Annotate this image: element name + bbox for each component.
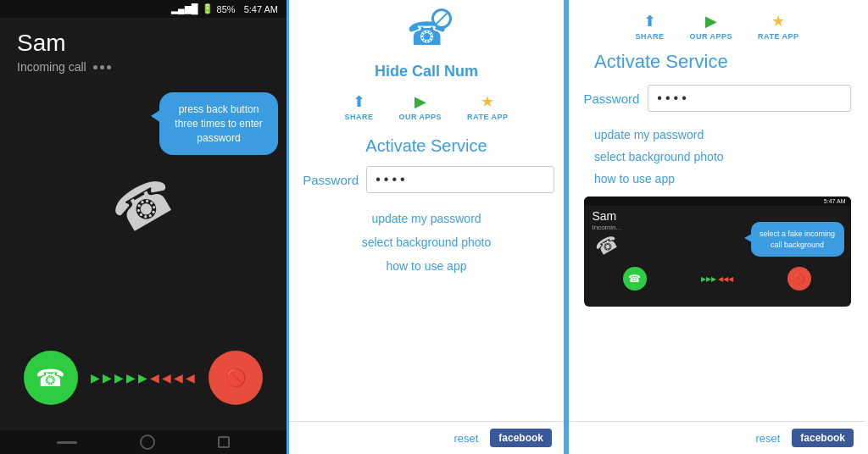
action-row: ⬆ SHARE ▶ OUR APPS ★ RATE APP xyxy=(344,92,508,121)
right-share-action[interactable]: ⬆ SHARE xyxy=(635,12,664,41)
arrow-left-3: ◀ xyxy=(174,371,183,385)
mini-phone-screen: 5:47 AM Sam Incomin... ☎ ☎ ▶▶▶ ◀◀◀ 🚫 sel… xyxy=(584,197,851,307)
status-bar: ▂▄▆█ 🔋 85% 5:47 AM xyxy=(0,0,287,18)
mini-accept-btn: ☎ xyxy=(623,267,647,291)
our-apps-label: OUR APPS xyxy=(398,113,442,121)
decline-button[interactable]: 🚫 xyxy=(209,351,263,405)
arrow-right-1: ▶ xyxy=(91,371,100,385)
how-to-use-link[interactable]: how to use app xyxy=(387,259,467,273)
mini-status-text: 5:47 AM xyxy=(824,198,846,204)
phone-handset-area: ☎ xyxy=(112,175,175,235)
right-reset-button[interactable]: reset xyxy=(755,432,780,445)
section-title: Activate Service xyxy=(365,136,487,156)
instruction-bubble: press back button three times to enter p… xyxy=(159,92,278,155)
right-panel: ⬆ SHARE ▶ OUR APPS ★ RATE APP Activate S… xyxy=(566,0,865,454)
rate-app-label: RATE APP xyxy=(467,113,509,121)
right-share-icon: ⬆ xyxy=(643,12,656,30)
signal-icon: ▂▄▆█ xyxy=(171,3,198,14)
right-rate-action[interactable]: ★ RATE APP xyxy=(758,12,799,41)
arrow-left-1: ◀ xyxy=(150,371,159,385)
mini-decline-btn: 🚫 xyxy=(787,267,811,291)
battery-percent: 85% xyxy=(217,4,236,14)
right-password-label: Password xyxy=(584,91,640,106)
right-password-input[interactable] xyxy=(648,85,850,112)
right-password-row: Password xyxy=(584,85,851,112)
star-icon: ★ xyxy=(481,92,494,111)
play-store-icon: ▶ xyxy=(415,92,426,111)
mini-status-bar: 5:47 AM xyxy=(584,197,851,206)
rate-app-action[interactable]: ★ RATE APP xyxy=(467,92,509,121)
update-password-link[interactable]: update my password xyxy=(371,212,481,225)
nav-bar xyxy=(0,430,287,454)
no-line xyxy=(436,13,448,25)
right-update-password-link[interactable]: update my password xyxy=(569,128,704,141)
mini-speech-bubble: select a fake incoming call background xyxy=(751,222,844,257)
no-circle-icon xyxy=(431,8,452,29)
right-star-icon: ★ xyxy=(771,12,785,30)
our-apps-action[interactable]: ▶ OUR APPS xyxy=(398,92,442,121)
right-apps-label: OUR APPS xyxy=(689,32,732,41)
password-row: Password xyxy=(303,166,550,193)
share-icon: ⬆ xyxy=(353,92,365,111)
right-action-row: ⬆ SHARE ▶ OUR APPS ★ RATE APP xyxy=(569,12,865,41)
arrow-right-5: ▶ xyxy=(138,371,147,385)
incoming-label: Incoming call xyxy=(0,58,287,75)
right-select-background-link[interactable]: select background photo xyxy=(569,150,724,163)
right-our-apps-action[interactable]: ▶ OUR APPS xyxy=(689,12,732,41)
share-action[interactable]: ⬆ SHARE xyxy=(344,92,373,121)
right-section-title: Activate Service xyxy=(569,51,728,73)
app-logo: ☎ Hide Call Num xyxy=(375,8,478,80)
arrow-left-2: ◀ xyxy=(162,371,171,385)
time-display: 5:47 AM xyxy=(244,4,278,14)
nav-back[interactable] xyxy=(57,441,77,444)
arrow-left-4: ◀ xyxy=(186,371,195,385)
mini-accept-icon: ☎ xyxy=(628,273,641,285)
mini-handset-icon: ☎ xyxy=(592,230,622,261)
right-rate-label: RATE APP xyxy=(758,32,799,41)
share-label: SHARE xyxy=(344,113,373,121)
mini-decline-icon: 🚫 xyxy=(793,274,805,285)
accept-icon: ☎ xyxy=(36,364,65,392)
reset-button[interactable]: reset xyxy=(453,432,478,445)
right-facebook-button[interactable]: facebook xyxy=(792,429,854,447)
app-title: Hide Call Num xyxy=(375,63,478,80)
app-panel: ☎ Hide Call Num ⬆ SHARE ▶ OUR APPS ★ RAT… xyxy=(287,0,566,454)
phone-actions-row: ☎ ▶ ▶ ▶ ▶ ▶ ◀ ◀ ◀ ◀ 🚫 xyxy=(0,334,287,430)
caller-name: Sam xyxy=(0,18,287,58)
mini-actions: ☎ ▶▶▶ ◀◀◀ 🚫 xyxy=(584,260,851,296)
right-how-to-use-link[interactable]: how to use app xyxy=(569,172,675,185)
nav-home[interactable] xyxy=(140,435,155,450)
mini-caller-name: Sam xyxy=(584,206,851,224)
right-footer: reset facebook xyxy=(569,421,865,454)
arrow-group: ▶ ▶ ▶ ▶ ▶ ◀ ◀ ◀ ◀ xyxy=(91,371,195,385)
right-share-label: SHARE xyxy=(635,32,664,41)
nav-recent[interactable] xyxy=(218,436,230,448)
handset-icon: ☎ xyxy=(101,163,186,246)
decline-icon: 🚫 xyxy=(225,368,247,388)
arrow-right-3: ▶ xyxy=(114,371,124,385)
status-icons: ▂▄▆█ 🔋 85% 5:47 AM xyxy=(171,3,278,14)
password-input[interactable] xyxy=(366,166,554,193)
app-icon-wrap: ☎ xyxy=(401,8,452,59)
select-background-link[interactable]: select background photo xyxy=(362,235,492,249)
arrow-right-2: ▶ xyxy=(103,371,112,385)
phone-mid-area: ☎ press back button three times to enter… xyxy=(0,75,287,334)
arrow-right-4: ▶ xyxy=(126,371,136,385)
mini-arrows: ▶▶▶ ◀◀◀ xyxy=(701,275,733,283)
phone-panel: ▂▄▆█ 🔋 85% 5:47 AM Sam Incoming call ☎ p… xyxy=(0,0,287,454)
status-dots xyxy=(93,65,111,69)
battery-icon: 🔋 xyxy=(202,3,214,14)
password-label: Password xyxy=(303,173,358,187)
accept-button[interactable]: ☎ xyxy=(24,351,78,405)
app-footer: reset facebook xyxy=(289,421,564,454)
facebook-button[interactable]: facebook xyxy=(490,429,552,447)
right-play-icon: ▶ xyxy=(705,12,717,30)
